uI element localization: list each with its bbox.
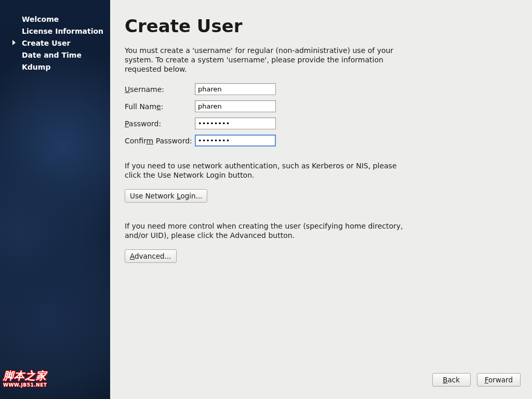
sidebar: Welcome License Information Create User …: [0, 0, 110, 399]
username-input[interactable]: [195, 83, 276, 95]
create-user-form: Username: Full Name: Password: Confirm P…: [125, 83, 517, 147]
intro-text: You must create a 'username' for regular…: [125, 46, 405, 74]
watermark-line2: WWW.JB51.NET: [3, 380, 47, 390]
fullname-label: Full Name:: [125, 102, 195, 111]
network-login-text: If you need to use network authenticatio…: [125, 161, 405, 180]
page-title: Create User: [125, 16, 517, 36]
username-label: Username:: [125, 85, 195, 94]
sidebar-item-date-and-time[interactable]: Date and Time: [0, 49, 110, 61]
use-network-login-button[interactable]: Use Network Login...: [125, 189, 207, 203]
sidebar-item-kdump[interactable]: Kdump: [0, 61, 110, 73]
row-password: Password:: [125, 117, 517, 129]
confirm-password-label: Confirm Password:: [125, 137, 195, 145]
footer-buttons: Back Forward: [432, 373, 521, 387]
main-panel: Create User You must create a 'username'…: [110, 0, 532, 399]
back-button[interactable]: Back: [432, 373, 471, 387]
forward-button[interactable]: Forward: [477, 373, 521, 387]
confirm-password-input[interactable]: [195, 135, 276, 147]
row-username: Username:: [125, 83, 517, 95]
fullname-input[interactable]: [195, 100, 276, 112]
advanced-text: If you need more control when creating t…: [125, 221, 405, 240]
password-label: Password:: [125, 119, 195, 128]
watermark: 脚本之家 WWW.JB51.NET: [3, 371, 47, 390]
advanced-button[interactable]: Advanced...: [125, 249, 177, 263]
sidebar-item-welcome[interactable]: Welcome: [0, 14, 110, 25]
sidebar-item-license-information[interactable]: License Information: [0, 25, 110, 37]
row-fullname: Full Name:: [125, 100, 517, 112]
sidebar-item-create-user[interactable]: Create User: [0, 37, 110, 49]
row-confirm-password: Confirm Password:: [125, 135, 517, 147]
password-input[interactable]: [195, 117, 276, 129]
